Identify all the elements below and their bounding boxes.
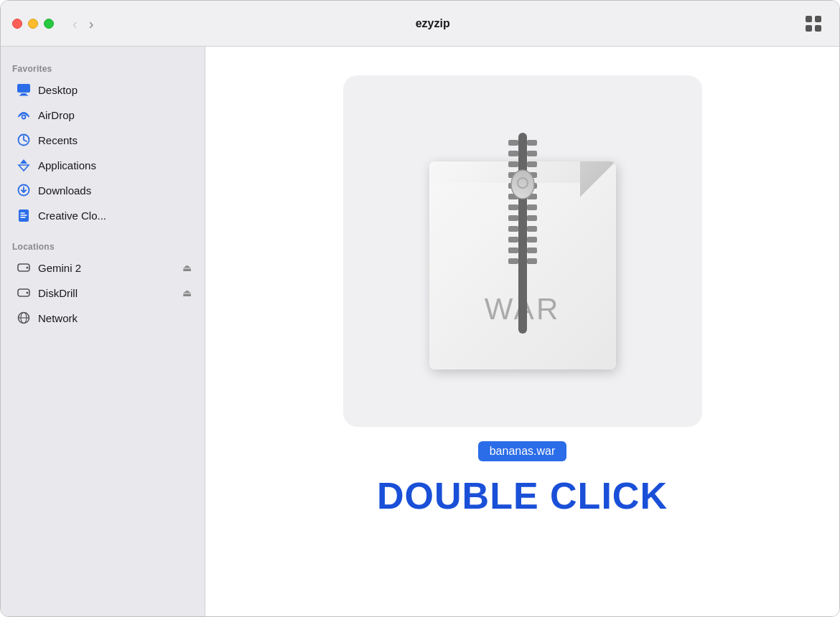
svg-rect-4 [17,84,30,93]
nav-buttons: ‹ › [68,14,98,34]
svg-rect-5 [21,93,27,95]
svg-point-7 [22,116,26,119]
favorites-section-label: Favorites [1,58,205,77]
sidebar-item-downloads[interactable]: Downloads [5,178,200,202]
minimize-button[interactable] [28,19,38,29]
sidebar-item-creative-cloud[interactable]: Creative Clo... [5,203,200,227]
maximize-button[interactable] [44,19,54,29]
svg-rect-31 [508,204,518,210]
zipper-svg [494,133,551,334]
traffic-lights [12,19,54,29]
svg-rect-2 [806,25,812,32]
sidebar-item-creative-cloud-label: Creative Clo... [38,209,106,222]
desktop-icon [17,83,31,97]
gemini2-drive-icon [17,260,31,275]
sidebar-item-diskdrill[interactable]: DiskDrill ⏏ [5,281,200,305]
diskdrill-drive-icon [17,286,31,300]
filename-badge: bananas.war [478,441,567,461]
svg-rect-22 [527,151,537,156]
sidebar-item-gemini2-label: Gemini 2 [38,262,81,274]
gemini2-eject-icon[interactable]: ⏏ [182,262,192,273]
svg-rect-3 [815,25,821,32]
sidebar-item-applications[interactable]: Applications [5,153,200,177]
svg-rect-18 [518,133,527,334]
svg-rect-35 [508,226,518,232]
svg-rect-42 [527,258,537,264]
grid-icon [803,14,823,34]
downloads-icon [17,183,31,197]
main-area: Favorites Desktop AirDrop [1,47,839,616]
svg-rect-38 [527,237,537,242]
content-area: WAR [205,47,839,616]
sidebar-item-airdrop[interactable]: AirDrop [5,103,200,127]
locations-section-label: Locations [1,236,205,255]
sidebar-item-airdrop-label: AirDrop [38,109,75,121]
svg-point-12 [27,267,29,269]
svg-rect-19 [508,140,518,146]
recents-icon [17,133,31,147]
titlebar: ‹ › ezyzip [1,1,839,47]
double-click-instruction: DOUBLE CLICK [377,474,668,517]
svg-rect-24 [527,161,537,167]
sidebar-item-recents[interactable]: Recents [5,128,200,152]
svg-rect-36 [527,226,537,232]
sidebar-item-desktop[interactable]: Desktop [5,77,200,102]
svg-rect-1 [815,16,821,22]
svg-point-43 [511,170,534,199]
svg-rect-21 [508,151,518,156]
svg-rect-6 [19,95,28,96]
airdrop-icon [17,108,31,122]
war-file-icon: WAR [429,133,616,369]
sidebar-item-network[interactable]: Network [5,306,200,330]
window-title: ezyzip [109,17,756,30]
sidebar-item-recents-label: Recents [38,134,78,146]
file-preview-container[interactable]: WAR [343,75,702,427]
svg-rect-37 [508,237,518,242]
svg-rect-20 [527,140,537,146]
svg-rect-41 [508,258,518,264]
sidebar: Favorites Desktop AirDrop [1,47,205,616]
sidebar-item-network-label: Network [38,312,78,324]
close-button[interactable] [12,19,22,29]
svg-rect-32 [527,204,537,210]
sidebar-item-diskdrill-label: DiskDrill [38,287,78,299]
svg-rect-0 [806,16,812,22]
svg-point-14 [27,292,29,294]
diskdrill-eject-icon[interactable]: ⏏ [182,287,192,298]
svg-rect-23 [508,161,518,167]
svg-rect-33 [508,215,518,221]
sidebar-item-desktop-label: Desktop [38,84,78,96]
grid-view-button[interactable] [799,9,828,38]
sidebar-item-gemini2[interactable]: Gemini 2 ⏏ [5,255,200,280]
svg-rect-39 [508,248,518,253]
applications-icon [17,158,31,172]
svg-rect-40 [527,248,537,253]
sidebar-item-downloads-label: Downloads [38,184,91,197]
network-icon [17,311,31,325]
forward-button[interactable]: › [85,14,98,34]
sidebar-item-applications-label: Applications [38,159,96,171]
creative-cloud-icon [17,208,31,222]
svg-rect-34 [527,215,537,221]
back-button[interactable]: ‹ [68,14,82,34]
